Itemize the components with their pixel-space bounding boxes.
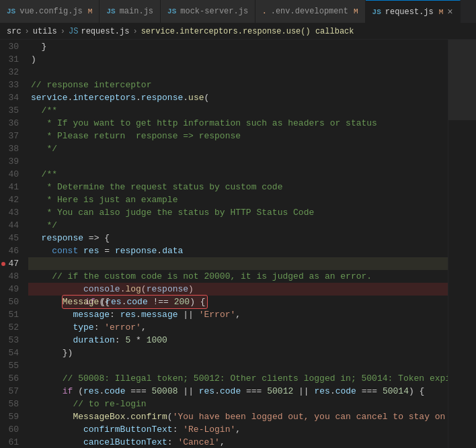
ln-35: 35: [7, 104, 19, 117]
code-line-50: Message({: [28, 296, 448, 308]
tab-bar: JS vue.config.js M JS main.js JS mock-se…: [0, 0, 476, 24]
code-line-51: message: res.message || 'Error',: [28, 308, 448, 321]
code-line-46: const res = response.data: [28, 244, 448, 257]
tab-label: vue.config.js: [19, 7, 83, 16]
close-tab-button[interactable]: ×: [447, 7, 452, 17]
code-line-52: type: 'error',: [28, 321, 448, 334]
ln-42: 42: [7, 193, 19, 206]
ln-54: 54: [7, 347, 19, 359]
ln-60: 60: [7, 423, 19, 436]
ln-49: 49: [7, 283, 19, 296]
code-line-56: // 50008: Illegal token; 50012: Other cl…: [28, 372, 448, 385]
code-line-58: // to re-login: [28, 398, 448, 410]
code-line-59: MessageBox.confirm('You have been logged…: [28, 410, 448, 423]
code-line-61: cancelButtonText: 'Cancel',: [28, 436, 448, 448]
code-line-55: [28, 359, 448, 372]
ln-56: 56: [7, 372, 19, 385]
tab-env-development[interactable]: . .env.development M: [255, 0, 365, 23]
ln-44: 44: [7, 219, 19, 232]
ln-58: 58: [7, 398, 19, 410]
ln-36: 36: [7, 117, 19, 130]
code-line-41: * Determine the request status by custom…: [28, 181, 448, 193]
ln-31: 31: [7, 53, 19, 66]
code-line-60: confirmButtonText: 'Re-Login',: [28, 423, 448, 436]
line-numbers: 30 31 32 33 34 35 36 37 38 39 40 41 42 4…: [0, 40, 28, 448]
code-content: } ) // response interceptor service.inte…: [28, 40, 448, 448]
minimap: [448, 40, 476, 448]
code-line-53: duration: 5 * 1000: [28, 334, 448, 347]
code-line-32: [28, 66, 448, 79]
ln-47: 47: [7, 257, 19, 270]
code-line-31: ): [28, 53, 448, 66]
js-icon: JS: [7, 7, 15, 15]
ln-38: 38: [7, 142, 19, 155]
breadcrumb: src › utils › JS request.js › service.in…: [0, 24, 476, 40]
ln-40: 40: [7, 168, 19, 181]
tab-label: mock-server.js: [180, 7, 248, 16]
tab-label: main.js: [120, 7, 153, 16]
env-icon: .: [262, 7, 267, 15]
code-line-47: ▶ console.log(response): [28, 257, 448, 270]
js-icon: JS: [106, 7, 115, 15]
code-line-57: if (res.code === 50008 || res.code === 5…: [28, 385, 448, 398]
bc-file: request.js: [81, 27, 129, 36]
ln-51: 51: [7, 308, 19, 321]
code-line-54: }): [28, 347, 448, 359]
ln-50: 50: [7, 296, 19, 308]
code-line-34: service.interceptors.response.use(: [28, 91, 448, 104]
bc-utils: utils: [33, 27, 57, 36]
tab-modified: M: [88, 7, 93, 15]
bc-function: service.interceptors.response.use() call…: [141, 27, 354, 36]
ln-61: 61: [7, 436, 19, 448]
tab-modified: M: [439, 8, 444, 16]
ln-33: 33: [7, 79, 19, 91]
ln-57: 57: [7, 385, 19, 398]
tab-label: .env.development: [271, 7, 348, 16]
code-line-36: * If you want to get http information su…: [28, 117, 448, 130]
bc-src: src: [7, 27, 22, 36]
ln-39: 39: [7, 155, 19, 168]
minimap-highlight: [448, 40, 476, 120]
ln-55: 55: [7, 359, 19, 372]
code-line-30: }: [28, 40, 448, 53]
editor: 30 31 32 33 34 35 36 37 38 39 40 41 42 4…: [0, 40, 476, 448]
ln-52: 52: [7, 321, 19, 334]
tab-label: request.js: [385, 7, 434, 17]
ln-46: 46: [7, 244, 19, 257]
tab-modified: M: [354, 7, 358, 15]
code-line-38: */: [28, 142, 448, 155]
code-line-43: * You can also judge the status by HTTP …: [28, 206, 448, 219]
code-line-45: response => {: [28, 232, 448, 244]
tab-request[interactable]: JS request.js M ×: [366, 0, 461, 23]
ln-37: 37: [7, 130, 19, 142]
js-icon: JS: [372, 8, 381, 16]
tab-vue-config[interactable]: JS vue.config.js M: [0, 0, 100, 23]
tab-mock-server[interactable]: JS mock-server.js: [161, 0, 255, 23]
code-line-35: /**: [28, 104, 448, 117]
ln-59: 59: [7, 410, 19, 423]
ln-45: 45: [7, 232, 19, 244]
code-line-37: * Please return response => response: [28, 130, 448, 142]
ln-32: 32: [7, 66, 19, 79]
code-line-42: * Here is just an example: [28, 193, 448, 206]
ln-53: 53: [7, 334, 19, 347]
ln-41: 41: [7, 181, 19, 193]
ln-43: 43: [7, 206, 19, 219]
ln-30: 30: [7, 40, 19, 53]
js-icon: JS: [167, 7, 176, 15]
ln-34: 34: [7, 91, 19, 104]
bc-js-icon: JS: [69, 27, 78, 36]
code-line-33: // response interceptor: [28, 79, 448, 91]
tab-main[interactable]: JS main.js: [100, 0, 161, 23]
code-line-49: if (res.code !== 200) {: [28, 283, 448, 296]
code-line-40: /**: [28, 168, 448, 181]
code-line-48: // if the custom code is not 20000, it i…: [28, 270, 448, 283]
code-line-44: */: [28, 219, 448, 232]
code-line-39: [28, 155, 448, 168]
ln-48: 48: [7, 270, 19, 283]
